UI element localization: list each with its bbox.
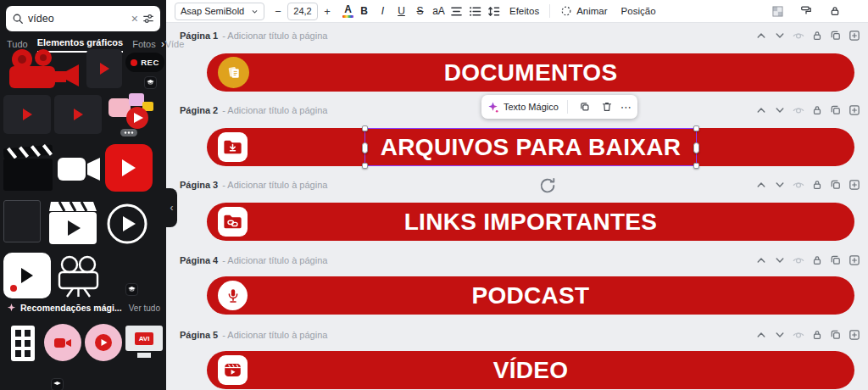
page-title-placeholder[interactable]: - Adicionar título à página (222, 105, 327, 115)
lock-page-icon[interactable] (810, 103, 824, 118)
video-thumb-dark-1[interactable] (86, 49, 122, 88)
add-page-icon[interactable] (847, 254, 861, 268)
add-page-icon[interactable] (847, 178, 861, 192)
page-label[interactable]: Página 5 (180, 330, 218, 340)
move-page-up-icon[interactable] (754, 29, 768, 43)
page-title-placeholder[interactable]: - Adicionar título à página (222, 31, 327, 41)
selection-handle[interactable] (693, 142, 699, 153)
alignment-icon[interactable] (447, 3, 465, 20)
lock-icon[interactable] (826, 3, 844, 20)
add-page-icon[interactable] (847, 29, 861, 43)
lock-page-icon[interactable] (810, 178, 824, 192)
film-strip-thumb[interactable] (7, 324, 39, 363)
add-page-icon[interactable] (847, 103, 861, 118)
video-thumb-dark-2[interactable] (3, 95, 51, 134)
page-label[interactable]: Página 4 (180, 255, 218, 265)
see-all-link[interactable]: Ver tudo (129, 304, 160, 313)
camcorder-thumb[interactable] (56, 151, 102, 187)
clear-search-icon[interactable]: × (131, 13, 138, 25)
animate-button[interactable]: Animar (554, 3, 614, 20)
text-case-button[interactable]: aA (431, 3, 447, 20)
clapperboard-thumb[interactable] (3, 144, 53, 193)
move-page-up-icon[interactable] (754, 178, 768, 192)
circle-play-thumb[interactable] (105, 202, 149, 246)
text-color-button[interactable]: A (342, 4, 353, 18)
duplicate-page-icon[interactable] (828, 103, 843, 118)
duplicate-page-icon[interactable] (828, 328, 843, 343)
clapper-play-thumb[interactable] (47, 200, 98, 248)
tab-fotos[interactable]: Fotos (132, 39, 156, 53)
selection-handle[interactable] (693, 163, 699, 169)
camera-circle-thumb[interactable] (44, 324, 81, 361)
retro-camera-outline-thumb[interactable] (56, 254, 105, 298)
tabs-overflow-chevron-icon[interactable]: › (161, 38, 164, 50)
banner-links[interactable]: LINKS IMPORTANTES (207, 203, 854, 241)
hide-page-icon[interactable] (791, 328, 805, 343)
font-size-value[interactable]: 24,2 (287, 3, 318, 20)
selection-handle[interactable] (362, 163, 368, 169)
selection-handle[interactable] (362, 125, 368, 131)
duplicate-page-icon[interactable] (828, 178, 843, 192)
copy-style-icon[interactable] (797, 3, 815, 20)
sidebar-collapse-handle[interactable]: ‹ (166, 188, 177, 227)
banner-video[interactable]: VÍDEO (207, 351, 854, 389)
move-page-up-icon[interactable] (754, 254, 768, 268)
page-label[interactable]: Página 3 (180, 180, 218, 190)
lock-page-icon[interactable] (810, 29, 824, 43)
transparency-icon[interactable] (768, 3, 787, 20)
page-title-placeholder[interactable]: - Adicionar título à página (222, 180, 327, 190)
move-page-down-icon[interactable] (772, 254, 787, 268)
italic-button[interactable]: I (375, 3, 391, 20)
move-page-down-icon[interactable] (772, 178, 787, 192)
move-page-up-icon[interactable] (754, 328, 768, 343)
hide-page-icon[interactable] (791, 178, 805, 192)
red-movie-camera-thumb[interactable] (3, 47, 83, 92)
underline-button[interactable]: U (393, 3, 409, 20)
duplicate-icon[interactable] (576, 98, 593, 115)
move-page-up-icon[interactable] (754, 103, 768, 118)
search-input[interactable] (28, 13, 127, 25)
magic-text-button[interactable]: Texto Mágico (487, 101, 559, 114)
bold-button[interactable]: B (356, 3, 372, 20)
page-title-placeholder[interactable]: - Adicionar título à página (222, 255, 327, 265)
page-title-placeholder[interactable]: - Adicionar título à página (222, 330, 327, 340)
delete-icon[interactable] (598, 98, 615, 115)
hide-page-icon[interactable] (791, 254, 805, 268)
duplicate-page-icon[interactable] (828, 29, 843, 43)
hide-page-icon[interactable] (791, 103, 805, 118)
strikethrough-button[interactable]: S (412, 3, 428, 20)
move-page-down-icon[interactable] (772, 29, 787, 43)
add-page-icon[interactable] (847, 328, 861, 343)
increase-font-size-button[interactable]: + (320, 5, 334, 18)
banner-arquivos[interactable]: ARQUIVOS PARA BAIXAR (207, 128, 854, 166)
tab-video[interactable]: Víde (165, 39, 185, 53)
hide-page-icon[interactable] (791, 29, 805, 43)
rec-badge-thumb[interactable]: REC (125, 53, 164, 72)
filter-icon[interactable] (142, 13, 154, 25)
lock-page-icon[interactable] (810, 328, 824, 343)
banner-documentos[interactable]: DOCUMENTOS (207, 53, 854, 92)
film-clip-thumb[interactable] (3, 253, 51, 298)
page-label[interactable]: Página 2 (180, 105, 218, 115)
move-page-down-icon[interactable] (772, 328, 787, 343)
play-button-square-thumb[interactable] (105, 144, 153, 192)
position-button[interactable]: Posição (615, 3, 663, 20)
banner-podcast[interactable]: PODCAST (207, 276, 854, 315)
list-icon[interactable] (465, 3, 484, 20)
selection-handle[interactable] (362, 142, 368, 153)
duplicate-page-icon[interactable] (828, 254, 843, 268)
page-label[interactable]: Página 1 (180, 31, 218, 41)
frame-thumb[interactable] (3, 200, 41, 242)
megaphone-3d-thumb[interactable] (105, 90, 158, 139)
video-thumb-dark-3[interactable] (54, 95, 102, 134)
move-page-down-icon[interactable] (772, 103, 787, 118)
decrease-font-size-button[interactable]: − (271, 5, 285, 18)
spacing-icon[interactable] (484, 3, 503, 20)
font-select[interactable]: Asap SemiBold (175, 3, 264, 20)
play-circle-pink-thumb[interactable] (85, 324, 122, 361)
effects-button[interactable]: Efeitos (503, 3, 546, 20)
avi-monitor-thumb[interactable]: AVI (125, 326, 163, 363)
lock-page-icon[interactable] (810, 254, 824, 268)
selection-handle[interactable] (693, 125, 699, 131)
more-options-icon[interactable]: ⋯ (620, 101, 632, 114)
